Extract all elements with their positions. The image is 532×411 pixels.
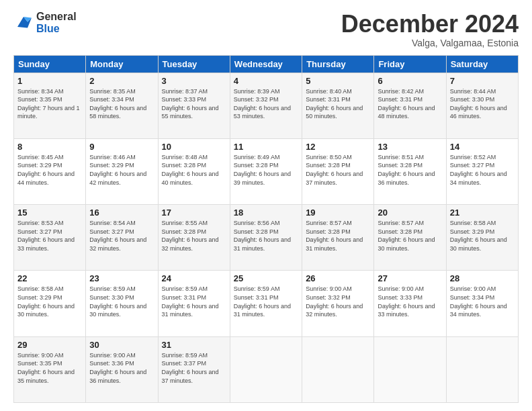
table-row: 7 Sunrise: 8:44 AMSunset: 3:30 PMDayligh… — [446, 73, 518, 138]
table-row: 26 Sunrise: 9:00 AMSunset: 3:32 PMDaylig… — [302, 271, 374, 336]
day-info: Sunrise: 8:52 AMSunset: 3:27 PMDaylight:… — [450, 153, 515, 187]
day-number: 31 — [162, 340, 226, 350]
table-row: 3 Sunrise: 8:37 AMSunset: 3:33 PMDayligh… — [158, 73, 230, 138]
day-info: Sunrise: 8:49 AMSunset: 3:28 PMDaylight:… — [234, 153, 298, 187]
table-row: 17 Sunrise: 8:55 AMSunset: 3:28 PMDaylig… — [158, 205, 230, 271]
logo-bird-icon — [13, 13, 34, 33]
table-row: 11 Sunrise: 8:49 AMSunset: 3:28 PMDaylig… — [230, 138, 302, 204]
day-info: Sunrise: 9:00 AMSunset: 3:32 PMDaylight:… — [306, 285, 370, 318]
day-info: Sunrise: 8:45 AMSunset: 3:29 PMDaylight:… — [17, 153, 82, 187]
day-number: 9 — [89, 142, 154, 152]
day-info: Sunrise: 8:50 AMSunset: 3:28 PMDaylight:… — [306, 153, 370, 187]
table-row: 9 Sunrise: 8:46 AMSunset: 3:29 PMDayligh… — [86, 138, 158, 204]
table-row: 18 Sunrise: 8:56 AMSunset: 3:28 PMDaylig… — [230, 205, 302, 271]
table-row: 25 Sunrise: 8:59 AMSunset: 3:31 PMDaylig… — [230, 271, 302, 336]
table-row: 24 Sunrise: 8:59 AMSunset: 3:31 PMDaylig… — [158, 271, 230, 336]
table-row: 29 Sunrise: 9:00 AMSunset: 3:35 PMDaylig… — [14, 336, 86, 402]
table-row: 8 Sunrise: 8:45 AMSunset: 3:29 PMDayligh… — [14, 138, 86, 204]
logo-text: General Blue — [36, 11, 77, 34]
day-info: Sunrise: 8:51 AMSunset: 3:28 PMDaylight:… — [378, 153, 442, 187]
day-number: 6 — [378, 76, 442, 86]
day-info: Sunrise: 8:34 AMSunset: 3:35 PMDaylight:… — [17, 87, 82, 121]
title-area: December 2024 Valga, Valgamaa, Estonia — [341, 11, 519, 48]
calendar-week-5: 29 Sunrise: 9:00 AMSunset: 3:35 PMDaylig… — [14, 336, 519, 402]
day-number: 28 — [450, 273, 515, 283]
day-info: Sunrise: 8:58 AMSunset: 3:29 PMDaylight:… — [17, 285, 82, 318]
day-number: 13 — [378, 142, 442, 152]
day-number: 22 — [17, 273, 82, 283]
day-info: Sunrise: 8:56 AMSunset: 3:28 PMDaylight:… — [234, 219, 298, 253]
logo-blue: Blue — [36, 23, 77, 35]
day-info: Sunrise: 8:37 AMSunset: 3:33 PMDaylight:… — [162, 87, 226, 121]
day-number: 5 — [306, 76, 370, 86]
table-row: 21 Sunrise: 8:58 AMSunset: 3:29 PMDaylig… — [446, 205, 518, 271]
day-number: 27 — [378, 273, 442, 283]
col-wednesday: Wednesday — [230, 55, 302, 73]
table-row — [230, 336, 302, 402]
day-number: 4 — [234, 76, 298, 86]
table-row: 16 Sunrise: 8:54 AMSunset: 3:27 PMDaylig… — [86, 205, 158, 271]
day-number: 19 — [306, 208, 370, 218]
day-info: Sunrise: 8:39 AMSunset: 3:32 PMDaylight:… — [234, 87, 298, 121]
table-row: 27 Sunrise: 9:00 AMSunset: 3:33 PMDaylig… — [374, 271, 446, 336]
day-number: 12 — [306, 142, 370, 152]
col-tuesday: Tuesday — [158, 55, 230, 73]
day-number: 24 — [162, 273, 226, 283]
day-info: Sunrise: 9:00 AMSunset: 3:34 PMDaylight:… — [450, 285, 515, 318]
day-info: Sunrise: 8:42 AMSunset: 3:31 PMDaylight:… — [378, 87, 442, 121]
day-info: Sunrise: 8:59 AMSunset: 3:31 PMDaylight:… — [162, 285, 226, 318]
day-info: Sunrise: 8:57 AMSunset: 3:28 PMDaylight:… — [378, 219, 442, 253]
calendar-week-2: 8 Sunrise: 8:45 AMSunset: 3:29 PMDayligh… — [14, 138, 519, 204]
table-row: 22 Sunrise: 8:58 AMSunset: 3:29 PMDaylig… — [14, 271, 86, 336]
col-sunday: Sunday — [14, 55, 86, 73]
day-number: 17 — [162, 208, 226, 218]
header: General Blue December 2024 Valga, Valgam… — [13, 11, 519, 48]
day-info: Sunrise: 8:58 AMSunset: 3:29 PMDaylight:… — [450, 219, 515, 253]
day-info: Sunrise: 8:59 AMSunset: 3:37 PMDaylight:… — [162, 351, 226, 385]
col-friday: Friday — [374, 55, 446, 73]
day-info: Sunrise: 9:00 AMSunset: 3:33 PMDaylight:… — [378, 285, 442, 318]
table-row: 20 Sunrise: 8:57 AMSunset: 3:28 PMDaylig… — [374, 205, 446, 271]
month-title: December 2024 — [341, 11, 519, 38]
table-row: 13 Sunrise: 8:51 AMSunset: 3:28 PMDaylig… — [374, 138, 446, 204]
day-number: 14 — [450, 142, 515, 152]
day-info: Sunrise: 8:57 AMSunset: 3:28 PMDaylight:… — [306, 219, 370, 253]
day-number: 23 — [89, 273, 154, 283]
table-row: 6 Sunrise: 8:42 AMSunset: 3:31 PMDayligh… — [374, 73, 446, 138]
table-row: 28 Sunrise: 9:00 AMSunset: 3:34 PMDaylig… — [446, 271, 518, 336]
logo-general: General — [36, 11, 77, 23]
table-row: 19 Sunrise: 8:57 AMSunset: 3:28 PMDaylig… — [302, 205, 374, 271]
day-number: 7 — [450, 76, 515, 86]
table-row: 12 Sunrise: 8:50 AMSunset: 3:28 PMDaylig… — [302, 138, 374, 204]
calendar-week-1: 1 Sunrise: 8:34 AMSunset: 3:35 PMDayligh… — [14, 73, 519, 138]
location-subtitle: Valga, Valgamaa, Estonia — [341, 38, 519, 48]
calendar-header-row: Sunday Monday Tuesday Wednesday Thursday… — [14, 55, 519, 73]
day-number: 11 — [234, 142, 298, 152]
table-row: 5 Sunrise: 8:40 AMSunset: 3:31 PMDayligh… — [302, 73, 374, 138]
day-info: Sunrise: 8:46 AMSunset: 3:29 PMDaylight:… — [89, 153, 154, 187]
table-row: 15 Sunrise: 8:53 AMSunset: 3:27 PMDaylig… — [14, 205, 86, 271]
day-number: 16 — [89, 208, 154, 218]
table-row: 2 Sunrise: 8:35 AMSunset: 3:34 PMDayligh… — [86, 73, 158, 138]
col-saturday: Saturday — [446, 55, 518, 73]
day-info: Sunrise: 8:44 AMSunset: 3:30 PMDaylight:… — [450, 87, 515, 121]
day-info: Sunrise: 8:59 AMSunset: 3:31 PMDaylight:… — [234, 285, 298, 318]
day-info: Sunrise: 9:00 AMSunset: 3:36 PMDaylight:… — [89, 351, 154, 385]
day-number: 20 — [378, 208, 442, 218]
table-row — [374, 336, 446, 402]
day-number: 26 — [306, 273, 370, 283]
day-info: Sunrise: 8:48 AMSunset: 3:28 PMDaylight:… — [162, 153, 226, 187]
day-number: 18 — [234, 208, 298, 218]
table-row: 23 Sunrise: 8:59 AMSunset: 3:30 PMDaylig… — [86, 271, 158, 336]
table-row — [446, 336, 518, 402]
calendar-week-3: 15 Sunrise: 8:53 AMSunset: 3:27 PMDaylig… — [14, 205, 519, 271]
day-number: 15 — [17, 208, 82, 218]
day-number: 25 — [234, 273, 298, 283]
table-row: 30 Sunrise: 9:00 AMSunset: 3:36 PMDaylig… — [86, 336, 158, 402]
day-info: Sunrise: 8:55 AMSunset: 3:28 PMDaylight:… — [162, 219, 226, 253]
day-number: 1 — [17, 76, 82, 86]
day-number: 3 — [162, 76, 226, 86]
day-number: 8 — [17, 142, 82, 152]
day-number: 29 — [17, 340, 82, 350]
day-info: Sunrise: 8:35 AMSunset: 3:34 PMDaylight:… — [89, 87, 154, 121]
